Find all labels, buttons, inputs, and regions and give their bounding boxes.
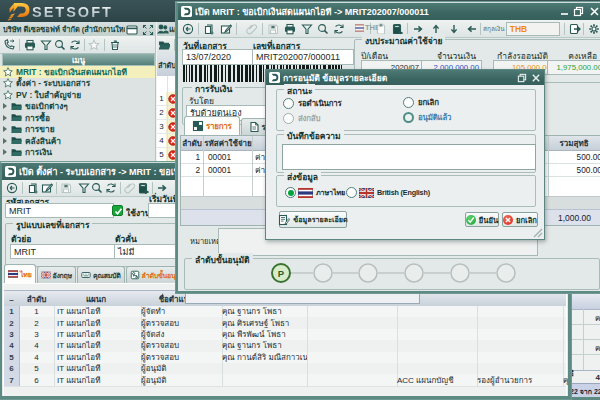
printer-icon[interactable]	[284, 23, 296, 35]
tab-2[interactable]: คุณสมบัติ	[77, 266, 125, 283]
tree-caret-icon[interactable]	[3, 126, 7, 132]
item-seq: 1	[181, 150, 200, 163]
col-seq[interactable]: ลำดับ	[181, 136, 203, 150]
save-icon[interactable]	[267, 23, 279, 35]
budget-remain-field[interactable]: 1,975,000.00	[547, 60, 600, 75]
doc-date-input[interactable]: 13/07/2020	[182, 49, 254, 65]
filter-icon[interactable]	[301, 23, 313, 35]
tree-caret-icon[interactable]	[3, 149, 7, 155]
approval-col-2[interactable]: แผนก	[54, 291, 138, 307]
approval-cell: 2	[19, 317, 55, 328]
restore-button[interactable]	[573, 6, 584, 17]
browse-record-navigator[interactable]: 22 จาก 22	[569, 383, 600, 398]
refresh-icon[interactable]	[69, 39, 81, 51]
col-total[interactable]: รวมสุทธิ	[548, 136, 600, 150]
filter-icon[interactable]	[78, 182, 90, 194]
browse-row-number: 3	[157, 122, 166, 131]
attachment-icon[interactable]	[124, 182, 136, 194]
sidebar-item-6[interactable]: คลังสินค้า	[0, 135, 155, 147]
radio-lang-thai-label: ภาษาไทย	[316, 187, 345, 198]
cancel-button[interactable]: ยกเลิก	[502, 212, 538, 227]
col-code[interactable]: รหัสค่าใช้จ่าย	[204, 136, 252, 150]
confirm-button[interactable]: ยืนยัน	[465, 212, 499, 227]
save-icon[interactable]	[60, 182, 72, 194]
close-button[interactable]	[589, 6, 600, 17]
refresh-icon[interactable]	[333, 23, 345, 35]
tab-0[interactable]: ไทย	[4, 264, 36, 283]
radio-pending-label: รอดำเนินการ	[298, 97, 342, 109]
search-icon[interactable]	[317, 23, 329, 35]
approval-row-7[interactable]: 76IT แผนกไอทีผู้อนุมัติACC แผนกบัญชีรองผ…	[4, 374, 566, 386]
reload-icon[interactable]	[6, 182, 18, 194]
approval-cell: 2	[4, 317, 20, 328]
currency-input[interactable]: THB	[506, 22, 560, 36]
tree-caret-icon[interactable]	[3, 138, 7, 144]
sidebar-item-5[interactable]: การขาย	[0, 124, 155, 136]
phone-icon[interactable]	[3, 39, 15, 51]
edit-icon[interactable]	[41, 182, 53, 194]
dialog-restore-button[interactable]	[517, 73, 527, 83]
sidebar-item-7[interactable]: การเงิน	[0, 147, 155, 159]
tab-items[interactable]: รายการ	[184, 116, 240, 135]
reload-icon[interactable]	[182, 23, 194, 35]
radio-cancel[interactable]: ยกเลิก	[403, 96, 439, 108]
doc-no-input[interactable]: MRIT202007/000011	[252, 49, 354, 65]
layout-icon[interactable]	[126, 24, 138, 36]
workflow-step-empty	[359, 264, 377, 282]
radio-lang-thai[interactable]: ภาษาไทย	[285, 187, 345, 198]
approval-cell	[560, 329, 570, 340]
radio-lang-english[interactable]: British (English)	[346, 187, 430, 198]
dialog-close-button[interactable]	[531, 73, 541, 83]
approval-col-1[interactable]: ลำดับ	[19, 291, 54, 307]
search-icon[interactable]	[91, 182, 103, 194]
approval-cell: IT แผนกไอที	[54, 363, 142, 374]
people-icon	[157, 23, 169, 35]
up-icon[interactable]	[430, 23, 442, 35]
main-titlebar[interactable]: เปิด MRIT : ขอเบิกเงินสดแผนกไอที -> MRIT…	[178, 3, 600, 20]
clipboard-icon[interactable]	[375, 23, 387, 35]
printer-icon[interactable]	[24, 39, 36, 51]
sidebar-item-3[interactable]: ขอเบิกต่างๆ	[0, 101, 155, 113]
sidebar-item-4[interactable]: การซื้อ	[0, 112, 155, 124]
filter-icon[interactable]	[40, 39, 52, 51]
refresh-icon[interactable]	[105, 182, 117, 194]
detail-button[interactable]: ข้อมูลรายละเอียด	[279, 211, 347, 228]
trash-icon[interactable]	[109, 39, 121, 51]
approval-cell: คุณ กานต์สิริ มณีสกาวเนตร	[219, 352, 308, 363]
forward-icon[interactable]	[412, 23, 424, 35]
back-icon[interactable]	[466, 23, 478, 35]
send-group: ส่งข้อมูล ภาษาไทย British (English)	[276, 175, 536, 207]
new-document-icon[interactable]	[27, 182, 39, 194]
separator-input[interactable]: ไม่มี	[114, 244, 180, 259]
dsetsoft-logo-d-icon	[7, 2, 31, 21]
tree-caret-icon[interactable]	[3, 103, 7, 109]
search-icon[interactable]	[54, 39, 66, 51]
settings-window-icon	[5, 166, 16, 177]
minimize-button[interactable]	[559, 6, 570, 17]
settings-gear-icon[interactable]	[588, 23, 600, 35]
favorite-icon[interactable]	[88, 39, 100, 51]
radio-approved[interactable]: อนุมัติแล้ว	[403, 111, 451, 123]
tab-1[interactable]: อังกฤษ	[37, 266, 76, 283]
note-textarea[interactable]	[282, 144, 536, 170]
dialog-titlebar[interactable]: การอนุมัติ ข้อมูลรายละเอียด	[266, 70, 544, 85]
export-icon[interactable]	[137, 182, 149, 194]
active-checkbox[interactable]	[112, 205, 123, 216]
resize-grip[interactable]	[533, 228, 543, 238]
doc-code-input[interactable]: MRIT	[5, 203, 114, 218]
sidebar-item-2[interactable]: PV : ใบสำคัญจ่าย	[0, 89, 155, 101]
attachment-icon[interactable]	[246, 23, 258, 35]
tree-caret-icon[interactable]	[3, 115, 7, 121]
edit-icon[interactable]	[220, 23, 232, 35]
radio-pending[interactable]: รอดำเนินการ	[283, 97, 342, 109]
numbering-format-label: รูปแบบเลขที่เอกสาร	[13, 218, 92, 232]
approval-cell	[394, 363, 478, 374]
prefix-input[interactable]: MRIT	[10, 244, 118, 259]
open-folder-icon[interactable]	[158, 39, 170, 51]
post-icon[interactable]	[391, 23, 403, 35]
down-icon[interactable]	[448, 23, 460, 35]
expand-icon[interactable]	[142, 24, 154, 36]
new-document-icon[interactable]	[203, 23, 215, 35]
exit-icon[interactable]	[569, 23, 581, 35]
radio-return[interactable]: ส่งกลับ	[283, 112, 320, 124]
